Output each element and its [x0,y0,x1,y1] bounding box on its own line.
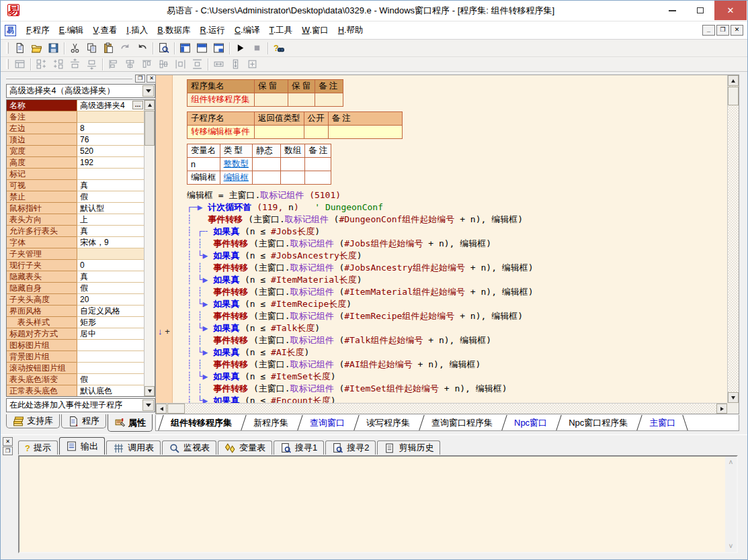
new-file-button[interactable] [11,41,28,56]
property-value[interactable]: 520 [77,146,144,157]
scrollbar-thumb[interactable] [167,404,185,414]
table-cell[interactable] [253,171,281,185]
property-value[interactable] [77,169,144,180]
doc-tab-主窗口[interactable]: 主窗口 [638,415,686,430]
bottom-tab-搜寻1[interactable]: 搜寻1 [274,440,324,455]
scroll-up-button[interactable] [144,100,155,110]
property-row[interactable]: 子夹管理 [7,248,144,260]
property-value[interactable]: 假 [77,283,144,294]
property-row[interactable]: 表头底色渐变假 [7,374,144,385]
property-value[interactable]: 192 [77,157,144,169]
property-value[interactable]: 自定义风格 [77,306,144,317]
property-row[interactable]: 正常表头底色默认底色 [7,385,144,397]
toolbar-grip[interactable] [6,42,9,54]
table-cell[interactable] [288,93,315,107]
scroll-left-button[interactable] [156,404,167,414]
property-label[interactable]: 顶边 [7,134,77,146]
property-label[interactable]: 隐藏自身 [7,283,77,294]
mdi-restore-button[interactable]: ❐ [716,25,729,36]
menu-item-V[interactable]: V.查看 [89,22,122,39]
property-row[interactable]: 名称高级选择夹4… [7,100,144,111]
property-value[interactable]: 真 [77,180,144,191]
property-label[interactable]: 现行子夹 [7,260,77,271]
doc-tab-读写程序集[interactable]: 读写程序集 [356,415,421,430]
menu-item-H[interactable]: H.帮助 [333,22,368,39]
property-value[interactable]: 默认底色 [77,385,144,397]
property-row[interactable]: 鼠标指针默认型 [7,203,144,214]
output-box[interactable]: ˄ ˅ [18,455,738,553]
property-row[interactable]: 现行子夹0 [7,260,144,271]
table-cell[interactable] [315,93,343,107]
run-button[interactable] [232,41,249,56]
property-row[interactable]: 可视真 [7,180,144,191]
menu-item-C[interactable]: C.编译 [230,22,265,39]
doc-tab-新程序集[interactable]: 新程序集 [243,415,299,430]
menu-item-F[interactable]: F.程序 [22,22,54,39]
property-value[interactable]: 上 [77,214,144,226]
layout-workspace-button[interactable] [177,41,194,56]
toolbar-grip[interactable] [6,59,9,69]
property-value[interactable] [77,340,144,351]
output-panel-restore-button[interactable]: ❐ [3,447,13,455]
panel-maximize-button[interactable]: ❐ [135,75,145,83]
bottom-tab-搜寻2[interactable]: 搜寻2 [325,440,376,455]
property-row[interactable]: 左边8 [7,123,144,134]
paste-button[interactable] [100,41,117,56]
property-grid-scrollbar[interactable] [144,100,155,396]
scrollbar-thumb[interactable] [144,111,155,146]
property-value[interactable]: 居中 [77,328,144,340]
property-label[interactable]: 左边 [7,123,77,134]
property-value[interactable]: 20 [77,294,144,306]
property-row[interactable]: 隐藏自身假 [7,283,144,294]
property-row[interactable]: 备注 [7,111,144,123]
property-row[interactable]: 表头样式矩形 [7,317,144,328]
table-cell[interactable]: 整数型 [220,158,253,171]
property-row[interactable]: 禁止假 [7,191,144,203]
editor-horizontal-scrollbar[interactable] [156,403,727,414]
table-cell[interactable] [305,171,331,185]
property-label[interactable]: 名称 [7,100,77,111]
output-scrollbar[interactable]: ˄ ˅ [725,457,737,552]
bottom-tab-输出[interactable]: 输出 [59,437,105,455]
property-label[interactable]: 标题对齐方式 [7,328,77,340]
property-value[interactable]: 8 [77,123,144,134]
property-label[interactable]: 宽度 [7,146,77,157]
code-editor[interactable]: ↓ + 程序集名保 留保 留备 注组件转移程序集子程序名返回值类型公开备 注转移… [155,75,739,414]
property-label[interactable]: 隐藏表头 [7,271,77,283]
property-label[interactable]: 字体 [7,237,77,248]
property-label[interactable]: 标记 [7,169,77,180]
property-row[interactable]: 顶边76 [7,134,144,146]
property-row[interactable]: 背景图片组 [7,351,144,363]
menu-item-I[interactable]: I.插入 [122,22,153,39]
property-label[interactable]: 表头样式 [7,317,77,328]
property-row[interactable]: 图标图片组 [7,340,144,351]
property-value[interactable]: 真 [77,226,144,237]
scroll-down-button[interactable] [728,392,739,403]
mdi-minimize-button[interactable]: _ [702,25,715,36]
close-button[interactable]: ✕ [714,1,747,20]
maximize-button[interactable] [686,1,714,20]
table-cell[interactable] [255,93,288,107]
table-cell[interactable] [305,158,331,171]
property-value[interactable]: 宋体，9 [77,237,144,248]
table-cell[interactable]: 编辑框 [220,171,253,185]
editor-vertical-scrollbar[interactable] [727,75,739,403]
bottom-tab-变量表[interactable]: 变量表 [218,440,272,455]
event-handler-selector[interactable]: 在此处选择加入事件处理子程序 [6,398,155,412]
mdi-close-button[interactable]: ✕ [731,25,743,36]
property-value[interactable]: 真 [77,271,144,283]
bottom-tab-监视表[interactable]: 监视表 [162,440,216,455]
property-row[interactable]: 表头方向上 [7,214,144,226]
property-label[interactable]: 允许多行表头 [7,226,77,237]
property-label[interactable]: 可视 [7,180,77,191]
property-value[interactable] [77,248,144,260]
property-value[interactable]: 假 [77,191,144,203]
property-label[interactable]: 鼠标指针 [7,203,77,214]
component-selector[interactable]: 高级选择夹4（高级选择夹） [6,84,155,98]
property-row[interactable]: 允许多行表头真 [7,226,144,237]
component-selector-dropdown-button[interactable] [142,85,154,97]
property-row[interactable]: 标记 [7,169,144,180]
copy-button[interactable] [83,41,100,56]
table-cell[interactable] [253,158,281,171]
doc-tab-Npc窗口程序集[interactable]: Npc窗口程序集 [558,415,638,430]
